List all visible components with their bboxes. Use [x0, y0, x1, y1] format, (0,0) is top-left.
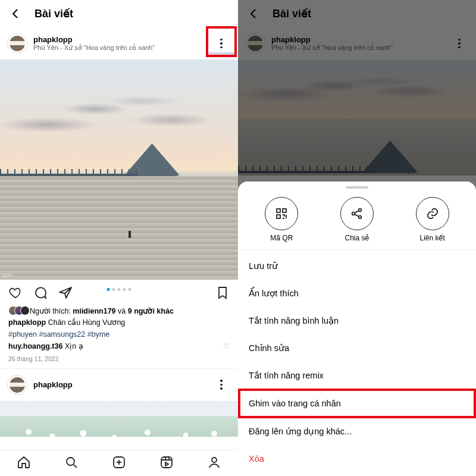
- post-image: [238, 60, 476, 176]
- screenshot-step-1: Bài viết phapklopp Phú Yên - Xứ sở "Hoa …: [0, 0, 238, 476]
- svg-rect-6: [277, 215, 280, 218]
- sheet-item-archive[interactable]: Lưu trữ: [238, 252, 476, 280]
- post-hashtags[interactable]: #phuyen #samsungs22 #byme: [8, 330, 230, 340]
- sheet-share-button[interactable]: Chia sẻ: [340, 197, 374, 242]
- share-button[interactable]: [58, 286, 73, 302]
- page-title: Bài viết: [273, 7, 311, 20]
- sheet-item-disable-remix[interactable]: Tắt tính năng remix: [238, 362, 476, 389]
- post2-header: phapklopp: [0, 368, 238, 401]
- post-username[interactable]: phapklopp: [33, 380, 73, 389]
- sheet-item-edit[interactable]: Chỉnh sửa: [238, 334, 476, 362]
- svg-point-9: [359, 216, 362, 219]
- post-location[interactable]: Phú Yên - Xứ sở "Hoa vàng trên cỏ xanh": [33, 44, 155, 52]
- tutorial-highlight-kebab: [206, 26, 237, 57]
- sheet-item-delete[interactable]: Xóa: [238, 445, 476, 472]
- like-comment-icon[interactable]: ♡: [223, 342, 230, 351]
- nav-reels[interactable]: [159, 455, 174, 472]
- svg-rect-5: [283, 209, 286, 212]
- sheet-item-disable-comments[interactable]: Tắt tính năng bình luận: [238, 307, 476, 334]
- save-button[interactable]: [215, 286, 230, 302]
- post-caption: phapklopp Chân cầu Hùng Vương: [8, 318, 230, 328]
- post-username[interactable]: phapklopp: [33, 35, 155, 44]
- post-location[interactable]: Phú Yên - Xứ sở "Hoa vàng trên cỏ xanh": [271, 44, 393, 52]
- post2-image[interactable]: [0, 401, 238, 437]
- nav-profile[interactable]: [207, 455, 221, 472]
- sheet-item-pin[interactable]: Ghim vào trang cá nhân: [238, 389, 476, 418]
- photo-stamp: S22+: [2, 273, 13, 278]
- sheet-drag-handle[interactable]: [346, 186, 368, 189]
- post-username[interactable]: phapklopp: [271, 35, 393, 44]
- back-button[interactable]: [8, 7, 23, 21]
- svg-point-0: [67, 458, 74, 465]
- bottom-nav: [0, 450, 238, 476]
- bottom-sheet: Mã QR Chia sẻ Liên kết Lưu trữ Ẩn lượt t…: [238, 181, 476, 476]
- svg-point-8: [359, 209, 362, 212]
- carousel-indicator: [107, 288, 131, 291]
- comment-row[interactable]: huy.hoangg.t36 Xịn ạ ♡: [8, 342, 230, 352]
- likes-row[interactable]: Người thích: miidienn179 và 9 người khác: [8, 306, 230, 315]
- avatar[interactable]: [7, 375, 27, 395]
- avatar[interactable]: [245, 33, 265, 54]
- svg-rect-2: [161, 457, 172, 468]
- avatar[interactable]: [7, 33, 27, 54]
- post-actions: [0, 280, 238, 306]
- sheet-qr-button[interactable]: Mã QR: [265, 197, 298, 242]
- likes-text: Người thích: miidienn179 và 9 người khác: [30, 306, 174, 315]
- post-image[interactable]: S22+: [0, 60, 238, 280]
- sheet-link-button[interactable]: Liên kết: [416, 197, 449, 242]
- sheet-item-share-other[interactable]: Đăng lên ứng dụng khác...: [238, 418, 476, 445]
- post-meta: Người thích: miidienn179 và 9 người khác…: [0, 306, 238, 368]
- svg-point-3: [212, 458, 217, 462]
- app-header: Bài viết: [0, 0, 238, 27]
- post-menu-button[interactable]: [213, 377, 230, 393]
- post-header: phapklopp Phú Yên - Xứ sở "Hoa vàng trên…: [0, 27, 238, 60]
- like-button[interactable]: [8, 286, 23, 302]
- app-header: Bài viết: [238, 0, 476, 27]
- post-menu-button[interactable]: [451, 35, 468, 52]
- liker-avatars: [8, 306, 26, 315]
- svg-point-7: [352, 212, 355, 215]
- sheet-item-hide-likes[interactable]: Ẩn lượt thích: [238, 280, 476, 307]
- nav-search[interactable]: [64, 455, 79, 472]
- post-timestamp: 26 tháng 11, 2022: [8, 355, 230, 362]
- post-header: phapklopp Phú Yên - Xứ sở "Hoa vàng trên…: [238, 27, 476, 60]
- screenshot-step-2: Bài viết phapklopp Phú Yên - Xứ sở "Hoa …: [238, 0, 476, 476]
- svg-rect-4: [277, 209, 280, 212]
- nav-home[interactable]: [17, 455, 31, 472]
- nav-create[interactable]: [112, 455, 126, 472]
- comment-button[interactable]: [33, 286, 48, 302]
- back-button[interactable]: [246, 7, 261, 21]
- page-title: Bài viết: [35, 7, 73, 20]
